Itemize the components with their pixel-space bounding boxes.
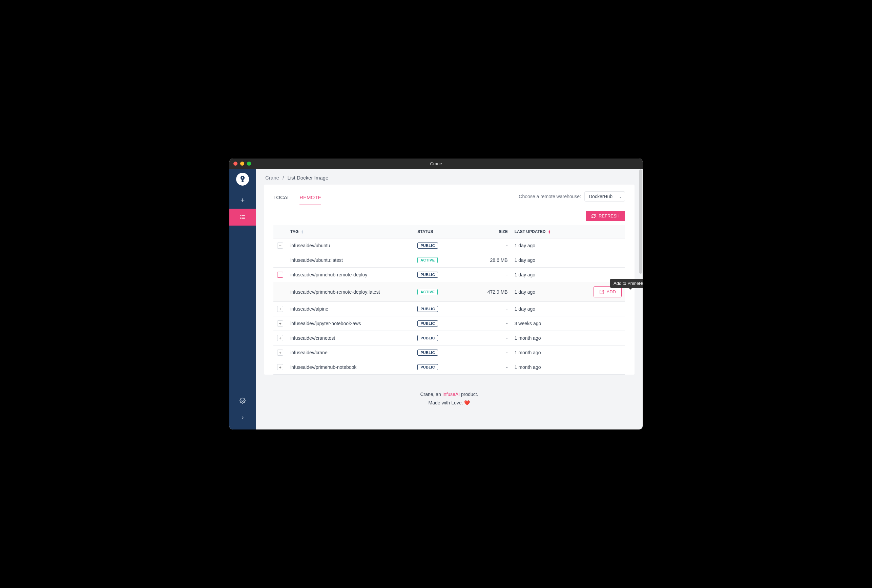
cell-updated: 1 day ago bbox=[511, 253, 578, 268]
app-window: Crane Crane bbox=[230, 159, 642, 429]
sort-icon: ▲▼ bbox=[301, 230, 304, 234]
cell-tag: infuseaidev/ubuntu bbox=[287, 238, 414, 253]
export-icon bbox=[599, 290, 604, 294]
expand-button[interactable]: + bbox=[277, 306, 283, 312]
refresh-label: REFRESH bbox=[599, 213, 620, 219]
table-row: +infuseaidev/cranetestPUBLIC-1 month ago bbox=[273, 331, 625, 345]
nav-list[interactable] bbox=[230, 208, 256, 226]
cell-tag: infuseaidev/jupyter-notebook-aws bbox=[287, 316, 414, 331]
cell-updated: 1 month ago bbox=[511, 360, 578, 375]
expand-button[interactable]: − bbox=[277, 243, 283, 249]
cell-tag: infuseaidev/cranetest bbox=[287, 331, 414, 345]
cell-status: ACTIVE bbox=[414, 253, 461, 268]
status-badge: PUBLIC bbox=[417, 320, 438, 327]
cell-size: 472.9 MB bbox=[461, 282, 511, 302]
cell-status: PUBLIC bbox=[414, 360, 461, 375]
cell-updated: 1 day ago bbox=[511, 268, 578, 282]
status-badge: PUBLIC bbox=[417, 350, 438, 356]
app-logo bbox=[236, 173, 249, 186]
footer-text-pre: Crane, an bbox=[420, 392, 442, 397]
cell-size: - bbox=[461, 316, 511, 331]
tab-local[interactable]: LOCAL bbox=[273, 192, 290, 205]
status-badge: ACTIVE bbox=[417, 289, 438, 295]
breadcrumb-root[interactable]: Crane bbox=[265, 175, 279, 180]
crane-logo-icon bbox=[239, 175, 247, 183]
cell-updated: 1 day ago bbox=[511, 302, 578, 316]
table-row: +infuseaidev/primehub-notebookPUBLIC-1 m… bbox=[273, 360, 625, 375]
table-row: infuseaidev/ubuntu:latestACTIVE28.6 MB1 … bbox=[273, 253, 625, 268]
breadcrumb-sep: / bbox=[282, 175, 284, 180]
expand-button[interactable]: + bbox=[277, 335, 283, 341]
table-row: +infuseaidev/cranePUBLIC-1 month ago bbox=[273, 345, 625, 360]
cell-updated: 3 weeks ago bbox=[511, 316, 578, 331]
cell-status: PUBLIC bbox=[414, 238, 461, 253]
cell-tag: infuseaidev/crane bbox=[287, 345, 414, 360]
cell-size: - bbox=[461, 268, 511, 282]
svg-point-8 bbox=[242, 400, 243, 402]
close-window-button[interactable] bbox=[233, 162, 237, 166]
traffic-lights bbox=[230, 162, 251, 166]
titlebar: Crane bbox=[230, 159, 642, 169]
cell-expand: + bbox=[273, 345, 287, 360]
expand-button[interactable]: − bbox=[277, 272, 283, 278]
refresh-button[interactable]: REFRESH bbox=[586, 211, 625, 221]
cell-tag: infuseaidev/primehub-notebook bbox=[287, 360, 414, 375]
status-badge: ACTIVE bbox=[417, 257, 438, 263]
cell-status: PUBLIC bbox=[414, 331, 461, 345]
cell-tag: infuseaidev/ubuntu:latest bbox=[287, 253, 414, 268]
cell-expand: + bbox=[273, 331, 287, 345]
col-updated-header[interactable]: LAST UPDATED ▲▼ bbox=[511, 225, 578, 238]
tab-remote[interactable]: REMOTE bbox=[299, 192, 321, 205]
warehouse-select[interactable]: DockerHub ⌄ bbox=[584, 191, 625, 201]
col-size-header: SIZE bbox=[461, 225, 511, 238]
cell-size: - bbox=[461, 302, 511, 316]
warehouse-picker: Choose a remote warehouse: DockerHub ⌄ bbox=[519, 191, 625, 205]
cell-expand: + bbox=[273, 316, 287, 331]
cell-actions bbox=[578, 302, 625, 316]
cell-expand: − bbox=[273, 268, 287, 282]
cell-size: - bbox=[461, 345, 511, 360]
cell-status: PUBLIC bbox=[414, 345, 461, 360]
svg-point-5 bbox=[240, 215, 241, 216]
status-badge: PUBLIC bbox=[417, 243, 438, 249]
col-tag-header[interactable]: TAG ▲▼ bbox=[287, 225, 414, 238]
cell-size: - bbox=[461, 360, 511, 375]
nav-add[interactable] bbox=[230, 192, 256, 208]
expand-button[interactable]: + bbox=[277, 364, 283, 370]
plus-icon bbox=[240, 197, 246, 203]
cell-tag: infuseaidev/primehub-remote-deploy bbox=[287, 268, 414, 282]
expand-button[interactable]: + bbox=[277, 320, 283, 327]
status-badge: PUBLIC bbox=[417, 335, 438, 341]
warehouse-selected: DockerHub bbox=[589, 194, 612, 199]
cell-updated: 1 day ago bbox=[511, 282, 578, 302]
footer-link[interactable]: InfuseAI bbox=[443, 392, 460, 397]
sidebar bbox=[230, 169, 256, 429]
tabs-row: LOCAL REMOTE Choose a remote warehouse: … bbox=[273, 191, 625, 205]
minimize-window-button[interactable] bbox=[240, 162, 244, 166]
breadcrumb: Crane / List Docker Image bbox=[256, 169, 642, 184]
table-row: −infuseaidev/primehub-remote-deployPUBLI… bbox=[273, 268, 625, 282]
nav-settings[interactable] bbox=[230, 392, 256, 409]
app-body: Crane / List Docker Image LOCAL REMOTE C… bbox=[230, 169, 642, 429]
images-table: TAG ▲▼ STATUS SIZE LAST UPDATED ▲▼ bbox=[273, 225, 625, 375]
cell-updated: 1 day ago bbox=[511, 238, 578, 253]
status-badge: PUBLIC bbox=[417, 272, 438, 278]
cell-status: ACTIVE bbox=[414, 282, 461, 302]
nav-collapse[interactable] bbox=[230, 409, 256, 426]
svg-point-6 bbox=[240, 217, 241, 218]
warehouse-label: Choose a remote warehouse: bbox=[519, 194, 581, 199]
expand-button[interactable]: + bbox=[277, 350, 283, 356]
cell-status: PUBLIC bbox=[414, 268, 461, 282]
table-row: −infuseaidev/ubuntuPUBLIC-1 day ago bbox=[273, 238, 625, 253]
footer: Crane, an InfuseAI product. Made with Lo… bbox=[256, 383, 642, 414]
cell-actions bbox=[578, 345, 625, 360]
cell-status: PUBLIC bbox=[414, 302, 461, 316]
table-row: +infuseaidev/alpinePUBLIC-1 day ago bbox=[273, 302, 625, 316]
scrollbar[interactable] bbox=[639, 170, 642, 274]
table-row: +infuseaidev/jupyter-notebook-awsPUBLIC-… bbox=[273, 316, 625, 331]
cell-actions bbox=[578, 360, 625, 375]
table-wrap: Add to PrimeHub TAG ▲▼ STATUS S bbox=[273, 225, 625, 375]
maximize-window-button[interactable] bbox=[247, 162, 251, 166]
status-badge: PUBLIC bbox=[417, 306, 438, 312]
main-content: Crane / List Docker Image LOCAL REMOTE C… bbox=[256, 169, 642, 429]
